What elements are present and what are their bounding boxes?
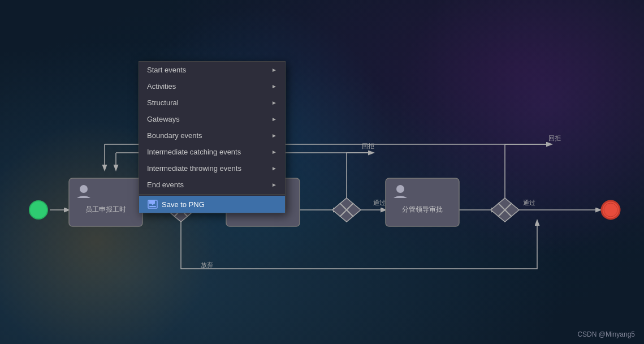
menu-item-gateways[interactable]: Gateways ► bbox=[139, 111, 285, 127]
chevron-right-icon: ► bbox=[271, 165, 277, 171]
menu-item-activities[interactable]: Activities ► bbox=[139, 78, 285, 94]
menu-item-boundary-events[interactable]: Boundary events ► bbox=[139, 127, 285, 144]
menu-divider bbox=[139, 194, 285, 195]
menu-item-label: Activities bbox=[147, 82, 176, 91]
svg-text:回拒: 回拒 bbox=[362, 143, 374, 149]
chevron-right-icon: ► bbox=[271, 67, 277, 73]
svg-text:员工申报工时: 员工申报工时 bbox=[85, 205, 126, 213]
menu-item-label: Gateways bbox=[147, 115, 180, 123]
menu-item-start-events[interactable]: Start events ► bbox=[139, 62, 285, 78]
save-png-icon bbox=[147, 200, 158, 209]
watermark-text: CSDN @Minyang5 bbox=[577, 330, 635, 338]
svg-rect-40 bbox=[149, 206, 156, 207]
menu-item-intermediate-throwing[interactable]: Intermediate throwing events ► bbox=[139, 160, 285, 177]
menu-item-save-png[interactable]: Save to PNG bbox=[139, 196, 285, 213]
menu-item-structural[interactable]: Structural ► bbox=[139, 94, 285, 111]
svg-marker-39 bbox=[151, 203, 154, 205]
svg-point-10 bbox=[29, 201, 47, 219]
chevron-right-icon: ► bbox=[271, 182, 277, 188]
chevron-right-icon: ► bbox=[271, 100, 277, 106]
context-menu: Start events ► Activities ► Structural ►… bbox=[139, 61, 286, 213]
watermark: CSDN @Minyang5 bbox=[577, 330, 635, 338]
chevron-right-icon: ► bbox=[271, 116, 277, 122]
menu-item-label: Start events bbox=[147, 66, 186, 74]
chevron-right-icon: ► bbox=[271, 149, 277, 155]
bpmn-canvas: 员工申报工时 提交 项目经理审核 通过 分管领导审批 通过 回拒 回拒 放弃 bbox=[0, 0, 644, 344]
svg-rect-11 bbox=[69, 178, 142, 226]
menu-item-intermediate-catching[interactable]: Intermediate catching events ► bbox=[139, 144, 285, 160]
menu-item-label: Save to PNG bbox=[162, 200, 205, 209]
svg-text:放弃: 放弃 bbox=[201, 261, 213, 268]
menu-item-label: Intermediate catching events bbox=[147, 148, 241, 156]
svg-point-33 bbox=[604, 203, 617, 217]
svg-rect-25 bbox=[386, 178, 459, 226]
menu-item-label: End events bbox=[147, 180, 184, 189]
menu-item-label: Structural bbox=[147, 98, 179, 107]
menu-item-end-events[interactable]: End events ► bbox=[139, 177, 285, 193]
svg-text:通过: 通过 bbox=[523, 199, 535, 206]
svg-text:回拒: 回拒 bbox=[548, 135, 561, 141]
chevron-right-icon: ► bbox=[271, 132, 277, 139]
chevron-right-icon: ► bbox=[271, 83, 277, 89]
menu-item-label: Intermediate throwing events bbox=[147, 164, 241, 173]
svg-point-26 bbox=[396, 185, 404, 193]
svg-text:通过: 通过 bbox=[373, 199, 386, 206]
svg-point-12 bbox=[80, 185, 88, 193]
menu-item-label: Boundary events bbox=[147, 131, 202, 140]
svg-text:分管领导审批: 分管领导审批 bbox=[402, 205, 443, 213]
